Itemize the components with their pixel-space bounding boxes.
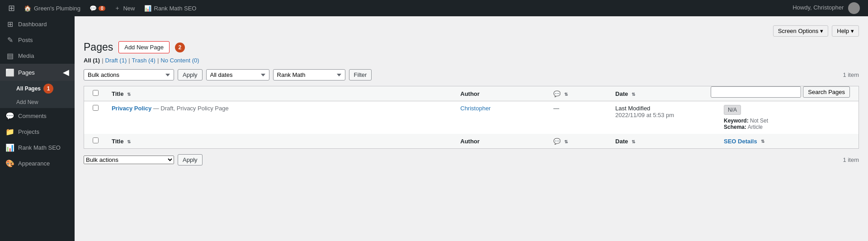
search-pages-button[interactable]: Search Pages [803, 86, 850, 98]
adminbar-wp-logo[interactable]: ⊞ [4, 0, 19, 16]
posts-icon: ✎ [5, 36, 14, 44]
author-link[interactable]: Christopher [460, 105, 491, 112]
adminbar-site-name[interactable]: 🏠 Green's Plumbing [19, 0, 85, 16]
filters-bar-bottom: Bulk actions Edit Move to Trash Apply 1 … [84, 154, 859, 165]
adminbar-rankmath[interactable]: 📊 Rank Math SEO [140, 0, 201, 16]
screen-options-arrow-icon: ▾ [820, 28, 823, 34]
seo-keyword: Keyword: Not Set [724, 118, 854, 124]
page-subtitle: — Draft, Privacy Policy Page [153, 105, 229, 112]
home-icon: 🏠 [24, 5, 31, 12]
page-header: Pages Add New Page 2 [84, 41, 859, 53]
sidebar-item-add-new[interactable]: Add New [0, 96, 75, 108]
main-content: Screen Options ▾ Help ▾ Pages Add New Pa… [75, 16, 868, 241]
pages-arrow-icon: ◀ [63, 67, 69, 77]
footer-title-sort-icon: ⇅ [127, 139, 131, 144]
wp-logo-icon: ⊞ [8, 3, 15, 13]
row-seo-cell: N/A Keyword: Not Set Schema: Article [719, 101, 859, 134]
pages-icon: ⬜ [5, 68, 14, 77]
bulk-actions-select-bottom[interactable]: Bulk actions Edit Move to Trash [84, 156, 174, 164]
search-pages-input[interactable] [711, 86, 801, 98]
screen-options-button[interactable]: Screen Options ▾ [773, 25, 829, 37]
footer-col-comments[interactable]: 💬 ⇅ [549, 134, 611, 149]
rankmath-select[interactable]: Rank Math [273, 69, 345, 80]
seo-na-badge: N/A [724, 105, 741, 115]
title-sort-icon: ⇅ [127, 92, 131, 97]
row-checkbox-cell[interactable] [84, 101, 107, 134]
comments-col-icon: 💬 [553, 90, 561, 97]
sidebar-item-pages[interactable]: ⬜ Pages ◀ [0, 64, 75, 81]
row-comments-cell: — [549, 101, 611, 134]
date-modified-label: Last Modified [615, 105, 650, 112]
items-count-top: 1 item [843, 71, 859, 78]
sidebar-item-all-pages[interactable]: All Pages 1 [0, 81, 75, 96]
filter-button[interactable]: Filter [349, 69, 372, 80]
footer-comments-icon: 💬 [553, 138, 561, 145]
select-all-checkbox-header[interactable] [84, 86, 107, 101]
items-count-bottom: 1 item [843, 156, 859, 163]
seo-schema: Schema: Article [724, 124, 854, 130]
col-header-date[interactable]: Date ⇅ [611, 86, 719, 101]
projects-icon: 📁 [5, 128, 14, 136]
help-button[interactable]: Help ▾ [832, 25, 859, 37]
footer-col-date[interactable]: Date ⇅ [611, 134, 719, 149]
footer-col-author: Author [456, 134, 549, 149]
col-header-comments[interactable]: 💬 ⇅ [549, 86, 611, 101]
row-date-cell: Last Modified 2022/11/09 at 5:53 pm [611, 101, 719, 134]
media-icon: ▤ [5, 52, 14, 60]
sidebar-item-appearance[interactable]: 🎨 Appearance [0, 156, 75, 171]
sidebar-item-posts[interactable]: ✎ Posts [0, 32, 75, 48]
footer-checkbox-header[interactable] [84, 134, 107, 149]
subnav: All (1) | Draft (1) | Trash (4) | No Con… [84, 57, 859, 64]
bulk-actions-select-top[interactable]: Bulk actions Edit Move to Trash [84, 69, 174, 80]
content-area: Pages Add New Page 2 All (1) | Draft (1)… [84, 41, 859, 165]
sidebar-item-comments[interactable]: 💬 Comments [0, 108, 75, 124]
date-sort-icon: ⇅ [632, 92, 635, 97]
comments-sort-icon: ⇅ [564, 92, 568, 97]
search-bar: Search Pages [711, 86, 850, 98]
top-toolbar: Screen Options ▾ Help ▾ [84, 25, 859, 37]
footer-select-all-checkbox[interactable] [93, 137, 99, 143]
comments-icon: 💬 [5, 112, 14, 120]
table-footer-row: Title ⇅ Author 💬 ⇅ Date ⇅ [84, 134, 859, 149]
sidebar-item-dashboard[interactable]: ⊞ Dashboard [0, 16, 75, 32]
footer-seo-sort-icon: ⇅ [761, 139, 764, 144]
page-title-link[interactable]: Privacy Policy [112, 105, 151, 112]
subnav-all[interactable]: All (1) [84, 57, 100, 64]
sidebar-item-media[interactable]: ▤ Media [0, 48, 75, 64]
col-header-title[interactable]: Title ⇅ [107, 86, 456, 101]
help-arrow-icon: ▾ [851, 28, 854, 34]
sidebar: ⊞ Dashboard ✎ Posts ▤ Media ⬜ Pages ◀ Al… [0, 16, 75, 241]
sidebar-item-rankmath[interactable]: 📊 Rank Math SEO [0, 140, 75, 156]
add-new-page-button[interactable]: Add New Page [118, 41, 170, 53]
sidebar-item-projects[interactable]: 📁 Projects [0, 124, 75, 140]
table-row: Privacy Policy — Draft, Privacy Policy P… [84, 101, 859, 134]
subnav-trash[interactable]: Trash (4) [132, 57, 156, 64]
row-title-cell: Privacy Policy — Draft, Privacy Policy P… [107, 101, 456, 134]
adminbar-comments[interactable]: 💬 0 [85, 0, 110, 16]
footer-col-title[interactable]: Title ⇅ [107, 134, 456, 149]
adminbar-howdy: Howdy, Christopher [788, 2, 864, 14]
col-header-author: Author [456, 86, 549, 101]
add-new-badge: 2 [175, 43, 185, 52]
admin-bar: ⊞ 🏠 Green's Plumbing 💬 0 ＋ New 📊 Rank Ma… [0, 0, 868, 16]
page-title: Pages [84, 41, 113, 53]
row-checkbox[interactable] [93, 105, 99, 111]
footer-col-seo[interactable]: SEO Details ⇅ [719, 134, 859, 149]
dates-select[interactable]: All dates [206, 69, 269, 80]
apply-button-top[interactable]: Apply [178, 69, 203, 80]
rankmath-side-icon: 📊 [5, 143, 14, 152]
subnav-no-content[interactable]: No Content (0) [160, 57, 199, 64]
dashboard-icon: ⊞ [5, 20, 14, 28]
adminbar-new[interactable]: ＋ New [110, 0, 139, 16]
select-all-checkbox[interactable] [93, 90, 99, 96]
user-avatar [848, 2, 860, 14]
plus-icon: ＋ [114, 4, 120, 12]
appearance-icon: 🎨 [5, 159, 14, 168]
all-pages-badge: 1 [43, 84, 53, 94]
rankmath-icon: 📊 [144, 5, 151, 12]
subnav-draft[interactable]: Draft (1) [105, 57, 127, 64]
apply-button-bottom[interactable]: Apply [178, 154, 203, 165]
row-author-cell: Christopher [456, 101, 549, 134]
filters-bar-top: Bulk actions Edit Move to Trash Apply Al… [84, 69, 859, 80]
pages-submenu: All Pages 1 Add New [0, 81, 75, 108]
